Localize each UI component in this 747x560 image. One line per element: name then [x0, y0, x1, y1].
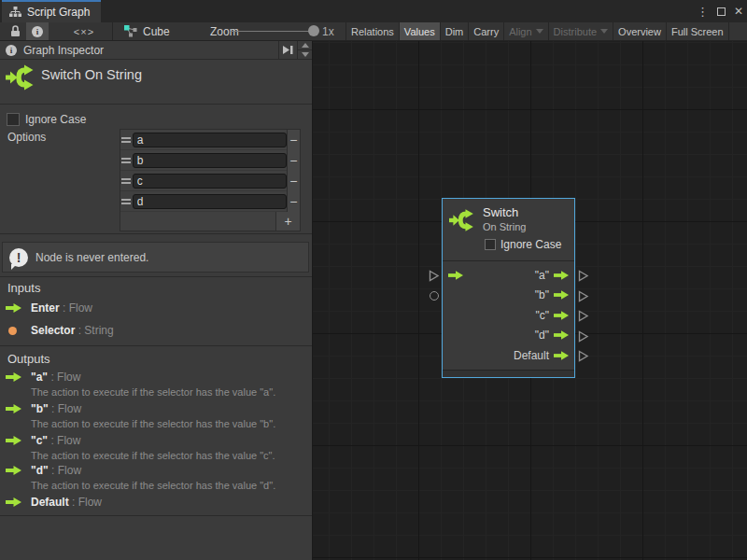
external-flow-port-triangle[interactable] — [578, 330, 589, 343]
port-label: "b" — [535, 288, 549, 301]
port-name: "b" — [31, 402, 49, 415]
info-icon: i — [6, 45, 17, 56]
external-flow-port-triangle[interactable] — [578, 290, 589, 302]
enter-port-arrow-icon[interactable] — [448, 271, 463, 280]
options-label: Options — [7, 131, 46, 144]
selector-port-dot-icon[interactable] — [451, 288, 454, 301]
close-icon[interactable]: ✕ — [734, 6, 743, 17]
port-type: : Flow — [48, 371, 80, 384]
ignore-case-checkbox[interactable] — [485, 239, 496, 250]
view-toggle-group: Relations Values Dim Carry Align Distrib… — [345, 22, 747, 40]
overview-button[interactable]: Overview — [613, 22, 667, 40]
align-dropdown[interactable]: Align — [504, 22, 548, 40]
switch-on-string-node[interactable]: Switch On String Ignore Case "a" "b" — [442, 198, 575, 378]
node-row-d: "d" — [443, 326, 574, 346]
option-row: − — [120, 171, 300, 191]
ignore-case-checkbox[interactable] — [7, 113, 20, 126]
graph-owner-button[interactable]: Cube — [124, 22, 170, 40]
carry-button[interactable]: Carry — [469, 22, 504, 40]
port-type: : Flow — [48, 434, 80, 447]
full-screen-button[interactable]: Full Screen — [667, 22, 729, 40]
port-type: : String — [75, 324, 113, 337]
port-type: : Flow — [49, 464, 81, 477]
graph-hierarchy-icon — [9, 7, 21, 18]
drag-handle-icon[interactable] — [120, 178, 133, 184]
remove-option-button[interactable]: − — [287, 150, 300, 171]
output-port-arrow-icon[interactable] — [554, 311, 569, 320]
option-value-input[interactable] — [133, 133, 287, 147]
external-value-port-circle[interactable] — [430, 291, 439, 301]
lock-icon — [10, 25, 21, 37]
external-flow-port-triangle[interactable] — [578, 350, 589, 362]
distribute-label: Distribute — [554, 26, 597, 37]
port-name: "c" — [31, 434, 48, 447]
ignore-case-label: Ignore Case — [25, 113, 86, 126]
flow-arrow-icon — [6, 303, 21, 313]
port-label: "d" — [535, 329, 549, 342]
remove-option-button[interactable]: − — [287, 171, 300, 191]
warning-box: ! Node is never entered. — [2, 242, 309, 273]
node-footer — [443, 370, 574, 377]
graph-canvas[interactable]: Switch On String Ignore Case "a" "b" — [313, 41, 747, 560]
node-title-section: Switch On String — [0, 60, 312, 105]
script-machine-icon — [124, 25, 137, 37]
option-value-input[interactable] — [133, 194, 287, 209]
zoom-slider[interactable] — [231, 31, 313, 32]
output-port-arrow-icon[interactable] — [554, 351, 569, 360]
node-row-a: "a" — [443, 265, 574, 286]
scroll-down-button[interactable] — [298, 50, 312, 59]
values-button[interactable]: Values — [400, 22, 441, 40]
port-label: "c" — [535, 309, 549, 322]
option-value-input[interactable] — [133, 174, 287, 189]
triangle-up-icon — [302, 43, 309, 48]
node-header[interactable]: Switch On String Ignore Case — [443, 199, 574, 261]
option-value-input[interactable] — [133, 153, 287, 168]
zoom-slider-handle[interactable] — [308, 25, 319, 36]
add-option-button[interactable]: + — [275, 212, 300, 231]
tab-script-graph[interactable]: Script Graph — [2, 0, 101, 22]
flow-arrow-icon — [6, 497, 21, 507]
lock-button[interactable] — [4, 22, 26, 40]
node-ignore-case-row: Ignore Case — [485, 238, 561, 251]
chevron-down-icon — [600, 29, 608, 34]
external-flow-port-triangle[interactable] — [578, 270, 589, 282]
output-entry-default: Default : Flow — [6, 495, 308, 510]
inspector-header: i Graph Inspector — [0, 41, 312, 60]
inspector-toggle-button[interactable]: i — [26, 22, 49, 40]
window-menu-icon[interactable]: ⋮ — [697, 6, 709, 18]
port-description: The action to execute if the selector ha… — [31, 480, 308, 491]
dock-sidebar-button[interactable] — [278, 41, 297, 59]
dim-button[interactable]: Dim — [441, 22, 470, 40]
relations-button[interactable]: Relations — [346, 22, 400, 40]
external-flow-port-triangle[interactable] — [578, 310, 589, 322]
output-port-arrow-icon[interactable] — [554, 330, 569, 340]
drag-handle-icon[interactable] — [120, 137, 133, 143]
chevron-down-icon — [536, 29, 543, 34]
inspector-header-title: Graph Inspector — [23, 44, 278, 57]
graph-toolbar: i <×> Cube Zoom 1x Relations Values Dim … — [0, 22, 747, 41]
port-type: : Flow — [49, 402, 81, 415]
external-flow-port-triangle[interactable] — [429, 270, 440, 282]
output-port-arrow-icon[interactable] — [554, 271, 569, 280]
zoom-value: 1x — [322, 25, 334, 38]
node-port-rows: "a" "b" "c" "d" — [443, 265, 574, 366]
maximize-icon[interactable] — [717, 7, 726, 16]
remove-option-button[interactable]: − — [287, 191, 300, 212]
port-description: The action to execute if the selector ha… — [31, 418, 308, 429]
tab-title: Script Graph — [27, 6, 90, 19]
drag-handle-icon[interactable] — [120, 158, 133, 163]
toolbar-separator — [112, 22, 113, 40]
port-name: "d" — [31, 464, 49, 477]
port-name: Selector — [31, 324, 75, 337]
distribute-dropdown[interactable]: Distribute — [549, 22, 613, 40]
drag-handle-icon[interactable] — [120, 199, 133, 204]
output-entry-a: "a" : Flow The action to execute if the … — [6, 370, 308, 398]
remove-option-button[interactable]: − — [287, 130, 300, 150]
node-subtitle: On String — [483, 221, 526, 232]
code-view-button[interactable]: <×> — [62, 22, 106, 40]
output-port-arrow-icon[interactable] — [554, 290, 569, 300]
inputs-heading: Inputs — [7, 281, 40, 295]
warning-icon: ! — [9, 248, 28, 267]
flow-arrow-icon — [6, 372, 21, 382]
scroll-up-button[interactable] — [298, 41, 312, 50]
